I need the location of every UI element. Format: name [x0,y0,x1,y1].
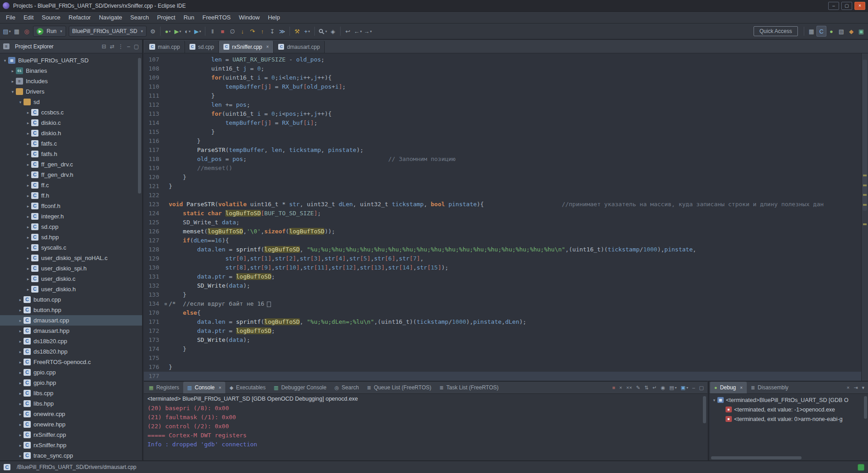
tree-item[interactable]: ▸Cuser_diskio_spi.h [0,263,142,274]
tree-item[interactable]: ▸Cdiskio.c [0,118,142,128]
tree-item[interactable]: ▸Clibs.cpp [0,388,142,398]
menu-refactor[interactable]: Refactor [65,13,95,22]
expand-arrow-icon[interactable]: ▸ [25,194,31,198]
expand-arrow-icon[interactable]: ▸ [17,298,24,302]
code-line[interactable]: 131 data.ptr = logBufToSD; [144,272,861,281]
toolbar-stop-icon[interactable]: ■ [218,26,228,37]
expand-arrow-icon[interactable]: ▸ [17,433,24,437]
expand-arrow-icon[interactable]: ▸ [25,142,31,146]
toolbar-new-wizard-icon[interactable]: ▤▾ [2,26,12,37]
minimize-icon[interactable]: – [127,43,130,50]
toolbar-search-icon[interactable]: ▾ [317,26,328,37]
display-console-icon[interactable]: ▤▾ [669,385,677,391]
overview-ruler[interactable] [861,53,868,381]
maximize-icon[interactable]: ▢ [134,43,139,50]
code-line[interactable]: 110 tempBuffer[j] = RX_buf[old_pos+i]; [144,82,861,91]
menu-window[interactable]: Window [235,13,264,22]
tree-item[interactable]: ▸Cdmausart.hpp [0,326,142,336]
expand-arrow-icon[interactable]: ▸ [17,329,24,333]
console-tab-registers[interactable]: ▦Registers [145,382,183,393]
collapse-arrow-icon[interactable]: ▾ [9,90,16,94]
open-console-icon[interactable]: ▣▾ [681,385,688,391]
code-line[interactable]: 128 data.len = sprintf(logBufToSD, "%u;%… [144,245,861,254]
debug-item[interactable]: ▾▦<terminated>BluePill_FRtOs_UART_SD [GD… [709,395,868,405]
toolbar-open-perspective-icon[interactable]: ▦ [806,26,816,37]
code-line[interactable]: 133 } [144,290,861,299]
tree-item[interactable]: ▸≡Includes [0,76,142,86]
toolbar-debug-icon[interactable]: ●▾ [163,26,173,37]
code-line[interactable]: 173 SD_Write(data); [144,336,861,345]
expand-arrow-icon[interactable]: ▸ [25,121,31,125]
maximize-icon[interactable]: ▢ [699,385,704,391]
expand-arrow-icon[interactable]: ▸ [17,360,24,364]
code-line[interactable]: 129 str[0],str[1],str[2],str[3],str[4],s… [144,254,861,263]
code-line[interactable]: 107 len = UART_RX_BUFSIZE - old_pos; [144,55,861,64]
stop-icon[interactable]: ■ [612,385,615,390]
expand-arrow-icon[interactable]: ▸ [17,350,24,354]
code-line[interactable]: 111 } [144,91,861,100]
menu-freertos[interactable]: FreeRTOS [199,13,235,22]
run-combo[interactable]: ▶ Run ▾ [33,26,66,37]
toolbar-step-over-icon[interactable]: ↷ [247,26,257,37]
tree-item[interactable]: ▸01Binaries [0,66,142,76]
code-area[interactable]: 107 len = UART_RX_BUFSIZE - old_pos;108 … [144,53,861,381]
code-line[interactable]: 174 } [144,345,861,354]
tree-item[interactable]: ▸Cfatfs.c [0,138,142,149]
code-line[interactable]: 170 else{ [144,308,861,317]
tree-item[interactable]: ▸Cdmausart.cpp [0,315,142,326]
launch-configuration-combo[interactable]: BluePill_FRtOs_UART_SD ▾ [69,26,147,37]
toolbar-pause-icon[interactable]: ‖ [208,26,218,37]
quick-access-button[interactable]: Quick Access [754,26,798,36]
expand-arrow-icon[interactable]: ▸ [25,131,31,136]
toolbar-run-icon[interactable]: ▶▾ [173,26,183,37]
collapse-all-icon[interactable]: ⊟ [102,43,106,50]
tree-item[interactable]: ▸CrxSniffer.hpp [0,440,142,450]
menu-source[interactable]: Source [38,13,64,22]
remove-all-terminated-icon[interactable]: × [847,385,849,390]
expand-arrow-icon[interactable]: ▸ [25,246,31,250]
chevron-down-icon[interactable]: ▾ [141,29,143,33]
tree-item[interactable]: ▸Cfatfs.h [0,149,142,159]
debug-h-scrollbar[interactable] [711,456,802,459]
tree-item[interactable]: ▸Csd.cpp [0,222,142,232]
code-line[interactable]: 120 } [144,173,861,182]
console-tab-executables[interactable]: ◆Executables [225,382,270,393]
code-line[interactable]: 122 [144,191,861,200]
editor-tab-main.cpp[interactable]: Cmain.cpp [145,41,185,53]
tree-item[interactable]: ▸Conewire.cpp [0,409,142,419]
expand-arrow-icon[interactable]: ▸ [17,412,24,416]
debug-item[interactable]: ■<terminated, exit value: -1>openocd.exe [709,405,868,414]
tree-item[interactable]: ▸Cgpio.hpp [0,378,142,388]
code-line[interactable]: 124 static char logBufToSD[BUF_TO_SD_SIZ… [144,209,861,218]
menu-help[interactable]: Help [264,13,284,22]
minimize-icon[interactable]: – [692,385,695,390]
view-menu-icon[interactable]: ⋮ [118,43,123,50]
code-line[interactable]: 123void ParseSTR(volatile uint16_t * str… [144,200,861,209]
toolbar-step-return-icon[interactable]: ↑ [257,26,267,37]
expand-arrow-icon[interactable]: ▸ [25,110,31,115]
menu-navigate[interactable]: Navigate [95,13,126,22]
expand-arrow-icon[interactable]: ▸ [25,256,31,260]
tree-item[interactable]: ▸Cbutton.cpp [0,294,142,305]
ruler-thumb[interactable] [863,60,867,210]
code-line[interactable]: 171 data.len = sprintf(logBufToSD, "%u;%… [144,317,861,326]
collapse-arrow-icon[interactable]: ▾ [2,58,8,63]
tree-item[interactable]: ▾▦BluePill_FRtOs_UART_SD [0,55,142,66]
editor-tab-sd.cpp[interactable]: Csd.cpp [185,41,219,53]
expand-arrow-icon[interactable]: ▸ [17,339,24,344]
tree-item[interactable]: ▸Cuser_diskio.c [0,274,142,284]
code-line[interactable]: 117 ParseSTR(tempBuffer, len, tickstamp,… [144,146,861,155]
code-line[interactable]: 177 [144,372,861,381]
console-tab-console[interactable]: ▥Console× [183,382,225,393]
console-tab-queue-list-freertos-[interactable]: ≣Queue List (FreeRTOS) [363,382,435,393]
console-scrollbar[interactable] [703,396,706,423]
toolbar-back-icon[interactable]: ←▾ [353,26,363,37]
tree-item[interactable]: ▸Cuser_diskio.h [0,284,142,294]
tree-item[interactable]: ▸Cds18b20.cpp [0,336,142,346]
code-line[interactable]: 127 if(dLen==16){ [144,236,861,245]
menu-edit[interactable]: Edit [19,13,38,22]
menu-file[interactable]: File [2,13,19,22]
toolbar-cpp-perspective-icon[interactable]: C [816,26,826,37]
toolbar-launch-settings[interactable]: ⚙ [148,26,158,37]
toolbar-save-all-icon[interactable]: ▦ [12,26,22,37]
